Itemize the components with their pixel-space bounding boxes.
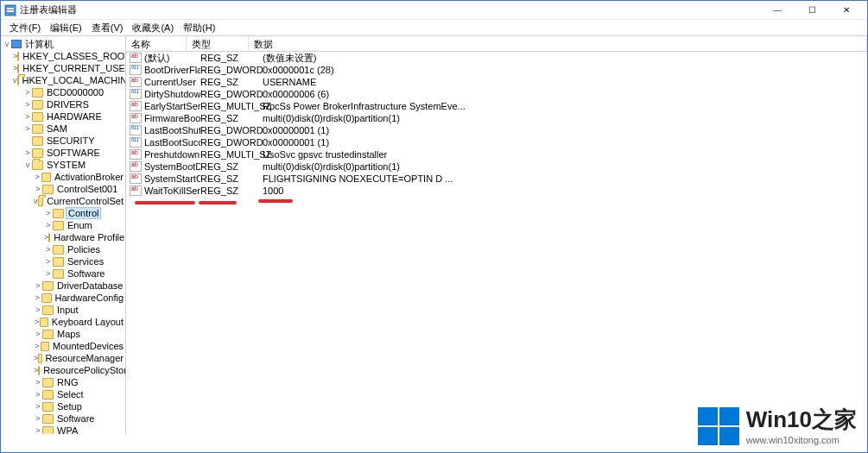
expand-icon[interactable]: > [23, 100, 32, 109]
tree-item[interactable]: >ActivationBroker [1, 171, 125, 183]
list-header[interactable]: 名称 类型 数据 [126, 36, 867, 52]
expand-icon[interactable]: > [34, 318, 40, 326]
tree-item[interactable]: >ResourceManager [1, 352, 125, 364]
expand-icon[interactable]: > [34, 281, 42, 290]
tree-item[interactable]: >DriverDatabase [1, 280, 125, 292]
expand-icon[interactable]: > [34, 342, 41, 350]
tree-item[interactable]: >HardwareConfig [1, 292, 125, 304]
value-type: REG_SZ [200, 113, 263, 123]
menu-view[interactable]: 查看(V) [88, 21, 127, 35]
expand-icon[interactable]: > [34, 173, 41, 181]
expand-icon[interactable]: > [34, 402, 42, 411]
tree-item[interactable]: >SOFTWARE [1, 147, 125, 159]
tree-item[interactable]: >Select [1, 388, 125, 400]
col-name[interactable]: 名称 [126, 36, 187, 51]
value-row[interactable]: EarlyStartServi...REG_MULTI_SZRpcSs Powe… [126, 100, 867, 112]
tree-item[interactable]: >HKEY_CURRENT_USER [1, 62, 125, 74]
expand-icon[interactable]: > [44, 245, 53, 254]
value-name: SystemBootDe... [143, 161, 200, 172]
tree-item[interactable]: >Services [1, 255, 125, 267]
expand-icon[interactable]: > [23, 112, 32, 121]
string-value-icon [130, 77, 142, 87]
value-row[interactable]: FirmwareBoot...REG_SZmulti(0)disk(0)rdis… [126, 112, 867, 124]
expand-icon[interactable]: > [34, 330, 42, 338]
tree-item[interactable]: >Policies [1, 243, 125, 255]
expand-icon[interactable]: v [34, 197, 38, 205]
tree-label: Policies [66, 244, 102, 255]
value-data: UsoSvc gpsvc trustedinstaller [263, 149, 867, 160]
value-row[interactable]: CurrentUserREG_SZUSERNAME [126, 76, 867, 88]
tree-item[interactable]: >DRIVERS [1, 98, 125, 110]
registry-tree[interactable]: v计算机>HKEY_CLASSES_ROOT>HKEY_CURRENT_USER… [1, 36, 126, 434]
expand-icon[interactable]: > [34, 414, 42, 423]
tree-item[interactable]: v计算机 [1, 38, 125, 50]
tree-item[interactable]: >HARDWARE [1, 110, 125, 123]
value-row[interactable]: WaitToKillServ...REG_SZ1000 [126, 185, 867, 197]
folder-icon [42, 414, 54, 424]
tree-item[interactable]: >MountedDevices [1, 340, 125, 352]
tree-item[interactable]: >Input [1, 304, 125, 316]
tree-item[interactable]: >Enum [1, 219, 125, 231]
expand-icon[interactable]: > [34, 426, 42, 434]
expand-icon[interactable]: > [23, 148, 32, 157]
expand-icon[interactable]: > [23, 88, 32, 97]
value-row[interactable]: LastBootSucce...REG_DWORD0x00000001 (1) [126, 136, 867, 148]
tree-item[interactable]: >Maps [1, 328, 125, 340]
value-name: LastBootShutd... [143, 125, 200, 135]
maximize-button[interactable]: ☐ [795, 1, 829, 20]
col-data[interactable]: 数据 [249, 36, 867, 51]
col-type[interactable]: 类型 [187, 36, 249, 51]
expand-icon[interactable]: v [13, 76, 17, 85]
expand-icon[interactable]: > [23, 124, 32, 133]
tree-item[interactable]: >Setup [1, 400, 125, 412]
value-type: REG_SZ [200, 53, 263, 63]
list-body[interactable]: (默认)REG_SZ(数值未设置)BootDriverFlagsREG_DWOR… [126, 52, 867, 197]
menu-edit[interactable]: 编辑(E) [47, 21, 86, 35]
value-row[interactable]: PreshutdownO...REG_MULTI_SZUsoSvc gpsvc … [126, 148, 867, 160]
expand-icon[interactable]: > [34, 390, 42, 399]
expand-icon[interactable]: v [23, 160, 32, 169]
expand-icon[interactable]: > [44, 209, 53, 217]
expand-icon[interactable]: > [34, 378, 42, 387]
tree-item[interactable]: >HKEY_CLASSES_ROOT [1, 50, 125, 62]
folder-icon [42, 378, 54, 387]
tree-item[interactable]: >Software [1, 267, 125, 280]
tree-item[interactable]: SECURITY [1, 135, 125, 147]
expand-icon[interactable]: > [34, 305, 42, 314]
expand-icon[interactable]: > [44, 257, 53, 266]
tree-item[interactable]: >SAM [1, 123, 125, 135]
value-row[interactable]: DirtyShutdow...REG_DWORD0x00000006 (6) [126, 88, 867, 100]
value-type: REG_DWORD [200, 137, 263, 148]
tree-item[interactable]: >RNG [1, 376, 125, 388]
tree-label: DRIVERS [45, 99, 91, 110]
value-row[interactable]: SystemStartO...REG_SZ FLIGHTSIGNING NOEX… [126, 173, 867, 185]
minimize-button[interactable]: — [760, 1, 795, 20]
tree-item[interactable]: >BCD0000000 [1, 86, 125, 98]
value-row[interactable]: (默认)REG_SZ(数值未设置) [126, 52, 867, 64]
expand-icon[interactable]: v [3, 40, 11, 48]
tree-item[interactable]: >Hardware Profile [1, 231, 125, 243]
expand-icon[interactable]: > [44, 221, 53, 230]
app-icon [4, 4, 16, 16]
expand-icon[interactable]: > [34, 293, 41, 302]
tree-item[interactable]: vSYSTEM [1, 159, 125, 171]
expand-icon[interactable]: > [44, 269, 53, 278]
menu-file[interactable]: 文件(F) [6, 21, 44, 35]
tree-item[interactable]: >ControlSet001 [1, 183, 125, 195]
tree-item[interactable]: vHKEY_LOCAL_MACHINE [1, 74, 125, 86]
tree-item[interactable]: >WPA [1, 425, 125, 434]
value-row[interactable]: BootDriverFlagsREG_DWORD0x0000001c (28) [126, 64, 867, 76]
tree-item[interactable]: >Software [1, 412, 125, 425]
tree-item[interactable]: >ResourcePolicyStore [1, 364, 125, 376]
value-row[interactable]: SystemBootDe...REG_SZmulti(0)disk(0)rdis… [126, 160, 867, 173]
expand-icon[interactable]: > [34, 185, 42, 193]
value-row[interactable]: LastBootShutd...REG_DWORD0x00000001 (1) [126, 124, 867, 136]
string-value-icon [130, 113, 142, 123]
value-name: BootDriverFlags [143, 65, 200, 75]
close-button[interactable]: ✕ [829, 1, 864, 20]
tree-item[interactable]: >Control [1, 207, 125, 219]
tree-item[interactable]: vCurrentControlSet [1, 195, 125, 207]
menu-favorites[interactable]: 收藏夹(A) [129, 21, 177, 35]
tree-item[interactable]: >Keyboard Layout [1, 316, 125, 328]
menu-help[interactable]: 帮助(H) [180, 21, 219, 35]
